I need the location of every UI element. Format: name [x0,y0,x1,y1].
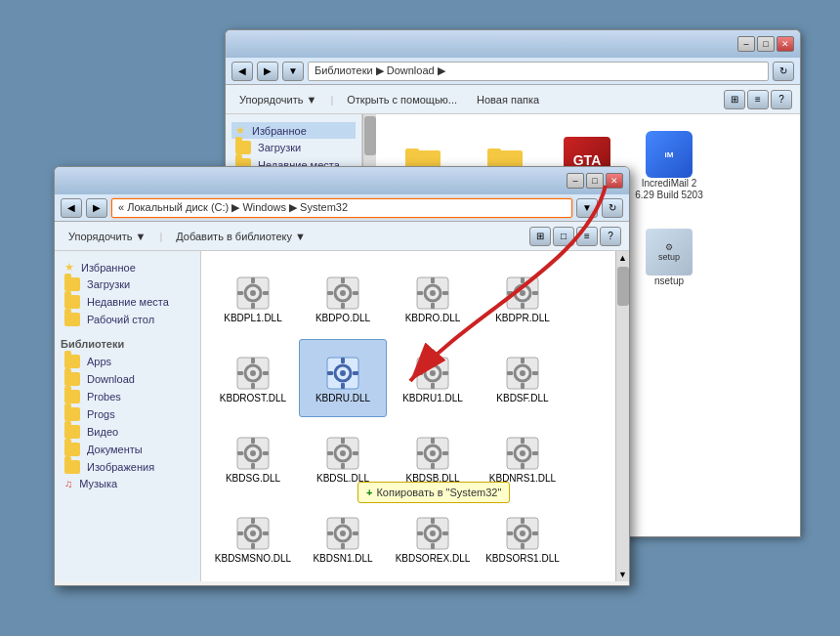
sidebar-item-apps-front[interactable]: Apps [61,353,194,370]
titlebar-system32: – □ ✕ [55,167,629,194]
scroll-thumb-system32[interactable] [617,267,629,306]
close-button-system32[interactable]: ✕ [606,173,623,189]
svg-rect-108 [442,531,448,535]
window-controls-system32[interactable]: – □ ✕ [567,173,623,189]
new-folder-button-download[interactable]: Новая папка [471,92,545,107]
scroll-down-system32[interactable]: ▼ [616,568,629,581]
svg-rect-99 [341,543,345,549]
refresh-button-system32[interactable]: ↻ [602,198,623,218]
file-item-kbdro[interactable]: KBDRO.DLL [389,259,477,337]
address-path-system32[interactable]: « Локальный диск (C:) ▶ Windows ▶ System… [111,198,572,218]
svg-rect-23 [417,291,423,295]
maximize-button-download[interactable]: □ [757,36,775,52]
incredimail-icon: iM [646,131,693,178]
file-item-kbdru1[interactable]: KBDRU1.DLL [389,339,477,417]
view-toggle-front-2[interactable]: □ [553,227,574,246]
organize-button-system32[interactable]: Упорядочить ▼ [63,229,151,244]
file-item-kbdsf[interactable]: KBDSF.DLL [479,339,567,417]
view-toggle-2[interactable]: ≡ [747,90,769,109]
svg-rect-59 [532,371,538,375]
address-dropdown-system32[interactable]: ▼ [576,198,598,218]
file-item-kbdsg[interactable]: KBDSG.DLL [209,419,297,497]
back-button-system32[interactable]: ◀ [61,198,82,218]
svg-rect-80 [442,451,448,455]
close-button-download[interactable]: ✕ [777,36,794,52]
minimize-button-download[interactable]: – [737,36,755,52]
file-item-kbdrost[interactable]: KBDROST.DLL [209,339,297,417]
svg-point-83 [520,450,525,456]
svg-rect-86 [507,451,513,455]
svg-point-34 [250,370,256,376]
file-item-kbdsn1[interactable]: KBDSN1.DLL [299,499,387,577]
svg-rect-66 [263,451,269,455]
svg-point-48 [430,370,436,376]
sidebar-item-recent-front[interactable]: Недавние места [61,293,194,311]
help-button-system32[interactable]: ? [600,227,621,246]
minimize-button-system32[interactable]: – [567,173,584,189]
svg-rect-30 [507,291,513,295]
refresh-button-download[interactable]: ↻ [773,62,794,81]
sidebar-item-probes-front[interactable]: Probes [61,388,194,405]
address-path-download[interactable]: Библиотеки ▶ Download ▶ [308,62,769,81]
svg-rect-92 [251,543,255,549]
star-icon: ★ [235,124,245,137]
forward-button-download[interactable]: ▶ [257,62,278,81]
scrollbar-system32[interactable]: ▲ ▼ [615,251,629,581]
file-item-kbdsors1[interactable]: KBDSORS1.DLL [479,499,567,577]
file-item-kbdsmsnо[interactable]: KBDSMSNО.DLL [209,499,297,577]
file-item-kbdsorex[interactable]: KBDSOREX.DLL [389,499,477,577]
folder-icon-video-front [64,425,80,439]
file-item-kbdru[interactable]: KBDRU.DLL [299,339,387,417]
sidebar-item-zagruzki-front[interactable]: Загрузки [61,276,194,293]
svg-rect-51 [417,371,423,375]
file-item-incredimail[interactable]: iM IncrediMail 2 6.29 Build 5203 [630,122,708,210]
svg-rect-24 [442,291,448,295]
svg-rect-73 [353,451,358,455]
sidebar-item-favorites-front[interactable]: ★ Избранное [61,259,194,276]
sidebar-item-desktop-front[interactable]: Рабочий стол [61,311,194,328]
svg-rect-91 [251,518,255,524]
view-toggle-front-1[interactable]: ⊞ [529,227,551,246]
file-label-kbdsorex: KBDSOREX.DLL [396,553,471,564]
file-item-kbdpo[interactable]: KBDPO.DLL [299,259,387,337]
svg-point-55 [520,370,525,376]
open-with-button[interactable]: Открыть с помощью... [341,92,463,107]
forward-button-system32[interactable]: ▶ [86,198,107,218]
content-area-system32: ★ Избранное Загрузки Недавние места Рабо… [55,251,629,581]
view-toggle-1[interactable]: ⊞ [724,90,745,109]
svg-rect-17 [353,291,358,295]
add-library-button[interactable]: Добавить в библиотеку ▼ [170,229,312,244]
svg-rect-9 [237,291,243,295]
svg-rect-93 [237,531,243,535]
sidebar-item-favorites[interactable]: ★ Избранное [231,122,356,139]
sidebar-item-zagruzki[interactable]: Загрузки [231,139,356,156]
file-label-kbdsg: KBDSG.DLL [226,473,280,484]
back-button-download[interactable]: ◀ [231,62,253,81]
sidebar-item-progs-front[interactable]: Progs [61,405,194,423]
window-system32[interactable]: – □ ✕ ◀ ▶ « Локальный диск (C:) ▶ Window… [54,166,630,586]
file-label-nsetup: nsetup [654,276,684,287]
scroll-thumb[interactable] [364,116,376,155]
sidebar-item-music-front[interactable]: ♫ Музыка [61,476,194,491]
window-controls-download[interactable]: – □ ✕ [737,36,794,52]
file-item-kbdpl1[interactable]: KBDPL1.DLL [209,259,297,337]
file-label-kbdrost: KBDROST.DLL [220,393,286,403]
file-item-nsetup[interactable]: ⚙setup nsetup [630,214,708,302]
sidebar-item-video-front[interactable]: Видео [61,423,194,441]
sidebar-item-download-front[interactable]: Download [61,370,194,388]
svg-rect-7 [251,277,255,283]
organize-button-download[interactable]: Упорядочить ▼ [233,92,322,107]
svg-rect-56 [521,358,525,363]
file-item-kbdpr[interactable]: KBDPR.DLL [479,259,567,337]
dropdown-button-download[interactable]: ▼ [282,62,304,81]
sidebar-item-docs-front[interactable]: Документы [61,441,194,458]
sidebar-item-images-front[interactable]: Изображения [61,458,194,476]
view-toggle-front-3[interactable]: ≡ [576,227,598,246]
svg-rect-50 [431,383,435,389]
nsetup-icon: ⚙setup [646,229,693,276]
svg-point-62 [250,450,256,456]
maximize-button-system32[interactable]: □ [586,173,604,189]
help-button-download[interactable]: ? [771,90,792,109]
scroll-up-system32[interactable]: ▲ [616,251,629,265]
libraries-section-front: Библиотеки Apps Download Probes Progs [61,338,194,491]
